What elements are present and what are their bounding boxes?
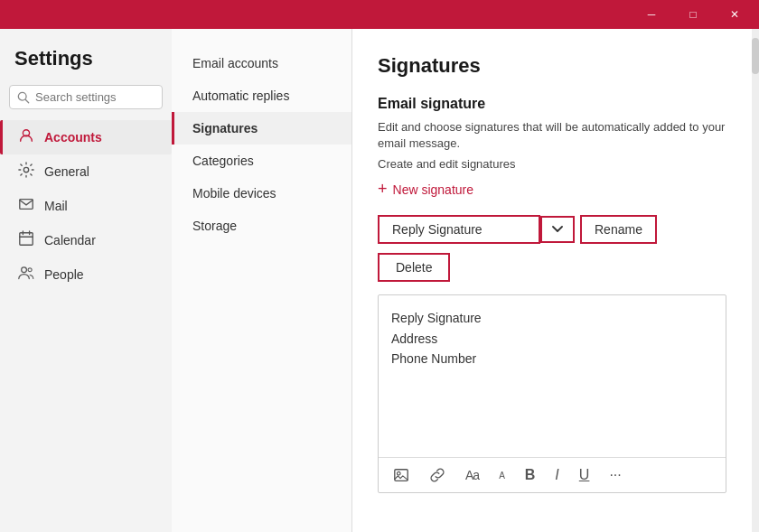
- bold-icon: B: [525, 467, 536, 483]
- font-size-small-button[interactable]: A: [495, 469, 509, 482]
- sidebar-item-general-label: General: [44, 164, 89, 179]
- nav-storage[interactable]: Storage: [172, 210, 351, 242]
- font-size-small-icon: A: [499, 471, 505, 481]
- new-signature-button[interactable]: + New signature: [378, 180, 473, 199]
- more-options-button[interactable]: ···: [605, 465, 624, 485]
- underline-icon: U: [579, 467, 590, 483]
- middle-panel: Email accounts Automatic replies Signatu…: [172, 29, 352, 532]
- svg-rect-8: [395, 470, 408, 481]
- nav-categories[interactable]: Categories: [172, 145, 351, 177]
- signatures-label: Signatures: [192, 121, 258, 135]
- mail-icon: [17, 196, 35, 216]
- delete-button[interactable]: Delete: [378, 253, 450, 282]
- signature-line-1: Reply Signature: [391, 308, 713, 328]
- svg-line-1: [25, 99, 29, 103]
- categories-label: Categories: [192, 154, 254, 168]
- signature-selector-row: Reply Signature Rename: [378, 215, 726, 244]
- search-input[interactable]: [35, 90, 155, 104]
- sidebar-item-mail[interactable]: Mail: [0, 189, 172, 223]
- italic-button[interactable]: I: [551, 465, 562, 485]
- calendar-icon: [17, 230, 35, 250]
- main-content: Signatures Email signature Edit and choo…: [352, 29, 752, 532]
- mobile-devices-label: Mobile devices: [192, 186, 276, 201]
- signature-dropdown[interactable]: Reply Signature: [378, 215, 540, 244]
- font-size-button[interactable]: Aa: [462, 466, 483, 484]
- titlebar: ─ □ ✕: [0, 0, 759, 29]
- signature-editor[interactable]: Reply Signature Address Phone Number: [378, 294, 726, 493]
- sidebar-item-people-label: People: [44, 267, 84, 282]
- maximize-button[interactable]: □: [672, 0, 714, 29]
- sidebar-item-mail-label: Mail: [44, 199, 68, 213]
- close-button[interactable]: ✕: [714, 0, 755, 29]
- svg-point-7: [28, 268, 32, 272]
- storage-label: Storage: [192, 219, 237, 233]
- italic-icon: I: [555, 467, 558, 483]
- underline-button[interactable]: U: [576, 465, 594, 485]
- svg-rect-5: [20, 233, 33, 246]
- description-text: Edit and choose signatures that will be …: [378, 119, 726, 152]
- email-accounts-label: Email accounts: [192, 56, 278, 70]
- scrollbar-track[interactable]: [752, 29, 759, 532]
- signature-name-label: Reply Signature: [392, 222, 483, 237]
- font-size-icon: Aa: [465, 468, 479, 482]
- accounts-icon: [17, 127, 35, 147]
- image-icon: [393, 467, 409, 483]
- sidebar-item-people[interactable]: People: [0, 257, 172, 292]
- dropdown-arrow-button[interactable]: [540, 216, 575, 243]
- sidebar-item-accounts-label: Accounts: [44, 130, 102, 145]
- svg-point-9: [398, 472, 401, 476]
- nav-automatic-replies[interactable]: Automatic replies: [172, 79, 351, 112]
- email-signature-title: Email signature: [378, 96, 726, 112]
- sidebar-item-accounts[interactable]: Accounts: [0, 120, 172, 154]
- app-body: Settings Accounts: [0, 29, 759, 532]
- link-icon: [429, 467, 445, 483]
- chevron-down-icon: [551, 223, 564, 236]
- signature-content[interactable]: Reply Signature Address Phone Number: [379, 295, 726, 457]
- svg-point-6: [22, 267, 27, 273]
- nav-mobile-devices[interactable]: Mobile devices: [172, 177, 351, 210]
- more-icon: ···: [609, 467, 621, 483]
- svg-point-3: [23, 167, 28, 172]
- general-icon: [17, 162, 35, 182]
- rename-button[interactable]: Rename: [580, 215, 657, 244]
- insert-image-button[interactable]: [389, 465, 413, 485]
- create-label: Create and edit signatures: [378, 157, 726, 171]
- bold-button[interactable]: B: [521, 465, 539, 485]
- app-title: Settings: [0, 40, 172, 85]
- signature-toolbar: Aa A B I U ···: [379, 457, 726, 492]
- nav-email-accounts[interactable]: Email accounts: [172, 47, 351, 79]
- search-box[interactable]: [9, 85, 163, 109]
- signature-line-2: Address: [391, 329, 713, 349]
- minimize-button[interactable]: ─: [631, 0, 672, 29]
- sidebar: Settings Accounts: [0, 29, 172, 532]
- automatic-replies-label: Automatic replies: [192, 89, 289, 103]
- plus-icon: +: [378, 180, 388, 199]
- insert-link-button[interactable]: [426, 465, 449, 485]
- sidebar-item-calendar-label: Calendar: [44, 233, 96, 247]
- signature-line-3: Phone Number: [391, 349, 713, 369]
- page-title: Signatures: [378, 54, 726, 78]
- sidebar-item-calendar[interactable]: Calendar: [0, 223, 172, 257]
- people-icon: [17, 265, 35, 285]
- nav-signatures[interactable]: Signatures: [172, 112, 351, 145]
- new-signature-label: New signature: [393, 182, 474, 197]
- scrollbar-thumb[interactable]: [752, 38, 759, 74]
- sidebar-item-general[interactable]: General: [0, 154, 172, 189]
- svg-rect-4: [20, 200, 33, 210]
- search-icon: [17, 91, 30, 104]
